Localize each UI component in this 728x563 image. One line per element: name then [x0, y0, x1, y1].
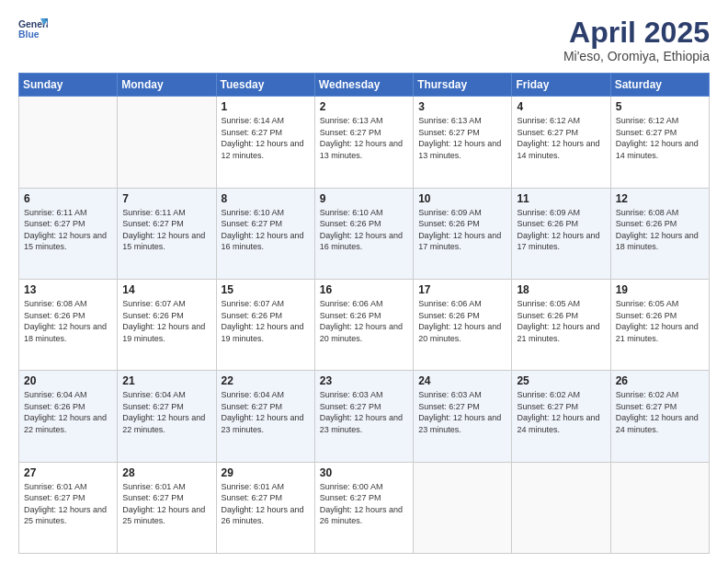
day-number: 25: [517, 374, 605, 387]
day-number: 3: [418, 100, 506, 113]
day-info: Sunrise: 6:12 AM Sunset: 6:27 PM Dayligh…: [616, 115, 704, 161]
day-number: 29: [222, 466, 310, 479]
day-info: Sunrise: 6:03 AM Sunset: 6:27 PM Dayligh…: [418, 389, 506, 435]
day-number: 28: [122, 466, 210, 479]
day-info: Sunrise: 6:10 AM Sunset: 6:26 PM Dayligh…: [320, 207, 408, 253]
day-number: 30: [320, 466, 408, 479]
day-info: Sunrise: 6:09 AM Sunset: 6:26 PM Dayligh…: [418, 207, 506, 253]
logo: General Blue: [18, 17, 48, 42]
header: General Blue April 2025 Mi'eso, Oromiya,…: [18, 17, 710, 63]
day-number: 2: [320, 100, 408, 113]
day-info: Sunrise: 6:12 AM Sunset: 6:27 PM Dayligh…: [517, 115, 605, 161]
calendar-cell: 16Sunrise: 6:06 AM Sunset: 6:26 PM Dayli…: [314, 279, 413, 370]
col-header-thursday: Thursday: [414, 74, 512, 97]
day-number: 8: [222, 192, 310, 205]
calendar-cell: 18Sunrise: 6:05 AM Sunset: 6:26 PM Dayli…: [512, 279, 610, 370]
calendar-cell: 5Sunrise: 6:12 AM Sunset: 6:27 PM Daylig…: [610, 97, 709, 188]
calendar-cell: [19, 97, 118, 188]
month-title: April 2025: [563, 17, 710, 49]
day-number: 18: [517, 283, 605, 296]
calendar-cell: 22Sunrise: 6:04 AM Sunset: 6:27 PM Dayli…: [216, 371, 314, 462]
col-header-saturday: Saturday: [610, 74, 709, 97]
day-info: Sunrise: 6:04 AM Sunset: 6:26 PM Dayligh…: [24, 389, 112, 435]
calendar-cell: 13Sunrise: 6:08 AM Sunset: 6:26 PM Dayli…: [19, 279, 118, 370]
day-info: Sunrise: 6:07 AM Sunset: 6:26 PM Dayligh…: [122, 298, 210, 344]
day-info: Sunrise: 6:01 AM Sunset: 6:27 PM Dayligh…: [24, 481, 112, 527]
calendar-cell: 9Sunrise: 6:10 AM Sunset: 6:26 PM Daylig…: [314, 188, 413, 279]
day-info: Sunrise: 6:00 AM Sunset: 6:27 PM Dayligh…: [320, 481, 408, 527]
day-info: Sunrise: 6:02 AM Sunset: 6:27 PM Dayligh…: [517, 389, 605, 435]
calendar-cell: 26Sunrise: 6:02 AM Sunset: 6:27 PM Dayli…: [610, 371, 709, 462]
calendar-cell: 30Sunrise: 6:00 AM Sunset: 6:27 PM Dayli…: [314, 462, 413, 553]
day-number: 10: [418, 192, 506, 205]
col-header-monday: Monday: [118, 74, 216, 97]
day-number: 14: [122, 283, 210, 296]
day-number: 4: [517, 100, 605, 113]
calendar-cell: [118, 97, 216, 188]
calendar-cell: 12Sunrise: 6:08 AM Sunset: 6:26 PM Dayli…: [610, 188, 709, 279]
calendar-table: SundayMondayTuesdayWednesdayThursdayFrid…: [18, 73, 710, 554]
day-number: 13: [24, 283, 112, 296]
calendar-cell: 4Sunrise: 6:12 AM Sunset: 6:27 PM Daylig…: [512, 97, 610, 188]
calendar-header-row: SundayMondayTuesdayWednesdayThursdayFrid…: [19, 74, 710, 97]
calendar-cell: 7Sunrise: 6:11 AM Sunset: 6:27 PM Daylig…: [118, 188, 216, 279]
day-info: Sunrise: 6:05 AM Sunset: 6:26 PM Dayligh…: [616, 298, 704, 344]
calendar-cell: [414, 462, 512, 553]
calendar-cell: 6Sunrise: 6:11 AM Sunset: 6:27 PM Daylig…: [19, 188, 118, 279]
day-number: 27: [24, 466, 112, 479]
location-subtitle: Mi'eso, Oromiya, Ethiopia: [563, 49, 710, 63]
day-number: 11: [517, 192, 605, 205]
day-info: Sunrise: 6:14 AM Sunset: 6:27 PM Dayligh…: [222, 115, 310, 161]
day-info: Sunrise: 6:05 AM Sunset: 6:26 PM Dayligh…: [517, 298, 605, 344]
logo-icon: General Blue: [18, 17, 48, 42]
calendar-cell: 3Sunrise: 6:13 AM Sunset: 6:27 PM Daylig…: [414, 97, 512, 188]
day-number: 17: [418, 283, 506, 296]
day-info: Sunrise: 6:10 AM Sunset: 6:27 PM Dayligh…: [222, 207, 310, 253]
calendar-week-row: 1Sunrise: 6:14 AM Sunset: 6:27 PM Daylig…: [19, 97, 710, 188]
col-header-sunday: Sunday: [19, 74, 118, 97]
calendar-cell: 10Sunrise: 6:09 AM Sunset: 6:26 PM Dayli…: [414, 188, 512, 279]
day-number: 22: [222, 374, 310, 387]
day-number: 23: [320, 374, 408, 387]
calendar-cell: 24Sunrise: 6:03 AM Sunset: 6:27 PM Dayli…: [414, 371, 512, 462]
day-info: Sunrise: 6:09 AM Sunset: 6:26 PM Dayligh…: [517, 207, 605, 253]
day-info: Sunrise: 6:01 AM Sunset: 6:27 PM Dayligh…: [222, 481, 310, 527]
day-info: Sunrise: 6:11 AM Sunset: 6:27 PM Dayligh…: [24, 207, 112, 253]
day-info: Sunrise: 6:06 AM Sunset: 6:26 PM Dayligh…: [418, 298, 506, 344]
calendar-cell: [512, 462, 610, 553]
day-number: 20: [24, 374, 112, 387]
day-info: Sunrise: 6:02 AM Sunset: 6:27 PM Dayligh…: [616, 389, 704, 435]
calendar-week-row: 6Sunrise: 6:11 AM Sunset: 6:27 PM Daylig…: [19, 188, 710, 279]
day-number: 15: [222, 283, 310, 296]
day-number: 5: [616, 100, 704, 113]
calendar-week-row: 13Sunrise: 6:08 AM Sunset: 6:26 PM Dayli…: [19, 279, 710, 370]
calendar-cell: 17Sunrise: 6:06 AM Sunset: 6:26 PM Dayli…: [414, 279, 512, 370]
day-number: 24: [418, 374, 506, 387]
day-info: Sunrise: 6:04 AM Sunset: 6:27 PM Dayligh…: [222, 389, 310, 435]
day-number: 12: [616, 192, 704, 205]
calendar-cell: 19Sunrise: 6:05 AM Sunset: 6:26 PM Dayli…: [610, 279, 709, 370]
day-info: Sunrise: 6:08 AM Sunset: 6:26 PM Dayligh…: [616, 207, 704, 253]
calendar-week-row: 27Sunrise: 6:01 AM Sunset: 6:27 PM Dayli…: [19, 462, 710, 553]
calendar-week-row: 20Sunrise: 6:04 AM Sunset: 6:26 PM Dayli…: [19, 371, 710, 462]
day-info: Sunrise: 6:01 AM Sunset: 6:27 PM Dayligh…: [122, 481, 210, 527]
calendar-cell: 20Sunrise: 6:04 AM Sunset: 6:26 PM Dayli…: [19, 371, 118, 462]
day-number: 1: [222, 100, 310, 113]
title-block: April 2025 Mi'eso, Oromiya, Ethiopia: [563, 17, 710, 63]
day-info: Sunrise: 6:13 AM Sunset: 6:27 PM Dayligh…: [320, 115, 408, 161]
calendar-cell: 25Sunrise: 6:02 AM Sunset: 6:27 PM Dayli…: [512, 371, 610, 462]
calendar-cell: 28Sunrise: 6:01 AM Sunset: 6:27 PM Dayli…: [118, 462, 216, 553]
day-info: Sunrise: 6:08 AM Sunset: 6:26 PM Dayligh…: [24, 298, 112, 344]
day-number: 19: [616, 283, 704, 296]
calendar-cell: 8Sunrise: 6:10 AM Sunset: 6:27 PM Daylig…: [216, 188, 314, 279]
day-number: 21: [122, 374, 210, 387]
day-info: Sunrise: 6:13 AM Sunset: 6:27 PM Dayligh…: [418, 115, 506, 161]
day-number: 16: [320, 283, 408, 296]
col-header-friday: Friday: [512, 74, 610, 97]
day-number: 6: [24, 192, 112, 205]
calendar-cell: 1Sunrise: 6:14 AM Sunset: 6:27 PM Daylig…: [216, 97, 314, 188]
calendar-cell: 27Sunrise: 6:01 AM Sunset: 6:27 PM Dayli…: [19, 462, 118, 553]
day-info: Sunrise: 6:03 AM Sunset: 6:27 PM Dayligh…: [320, 389, 408, 435]
svg-text:Blue: Blue: [18, 29, 40, 40]
col-header-tuesday: Tuesday: [216, 74, 314, 97]
